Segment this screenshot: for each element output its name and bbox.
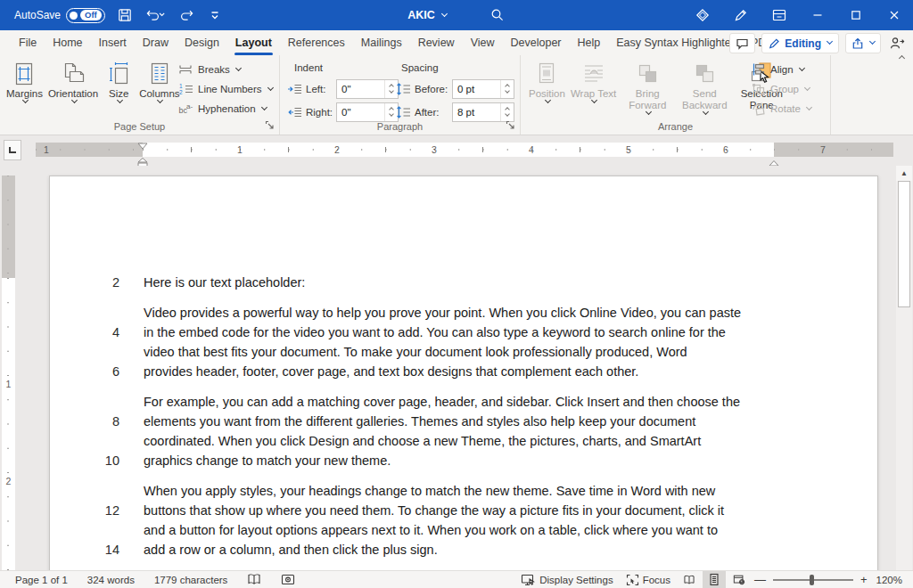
margins-button[interactable]: Margins: [4, 57, 45, 104]
tab-insert[interactable]: Insert: [91, 30, 135, 55]
document-page[interactable]: 2Here is our text placeholder: Video pro…: [49, 176, 878, 570]
tab-review[interactable]: Review: [410, 30, 463, 55]
indent-right-field[interactable]: 0": [336, 102, 399, 122]
tab-help[interactable]: Help: [570, 30, 609, 55]
document-line: and a button for layout options appears …: [75, 520, 877, 540]
spacing-after-spinner[interactable]: [500, 103, 514, 121]
tab-layout[interactable]: Layout: [227, 30, 280, 55]
display-settings-button[interactable]: Display Settings: [515, 571, 618, 588]
zoom-level[interactable]: 120%: [871, 571, 908, 588]
horizontal-ruler[interactable]: 1 1 2 3 4 5 6 7: [36, 143, 893, 157]
print-layout-button[interactable]: [703, 571, 726, 588]
position-icon: [536, 60, 557, 88]
ruler-number: 5: [622, 144, 635, 155]
comments-button[interactable]: [729, 33, 755, 53]
zoom-slider[interactable]: [769, 571, 857, 588]
premium-diamond-icon[interactable]: [683, 0, 721, 30]
macro-record-icon[interactable]: [271, 573, 305, 586]
spacing-before-spinner[interactable]: [500, 80, 514, 98]
redo-button[interactable]: [179, 7, 195, 23]
zoom-out-button[interactable]: —: [753, 571, 768, 588]
position-button[interactable]: Position: [526, 57, 568, 104]
arrange-small-buttons: Align Group Rotate: [751, 61, 811, 118]
editing-mode-button[interactable]: Editing: [761, 33, 839, 53]
ink-pen-icon[interactable]: [721, 0, 760, 30]
wrap-text-icon: [582, 60, 605, 88]
ruler-number: 7: [817, 144, 829, 155]
tab-draw[interactable]: Draw: [135, 30, 177, 55]
line-numbers-button[interactable]: 12 Line Numbers: [178, 80, 273, 98]
line-number: 8: [75, 412, 119, 431]
rotate-button[interactable]: Rotate: [751, 100, 811, 118]
search-icon[interactable]: [489, 7, 506, 23]
page-info[interactable]: Page 1 of 1: [5, 575, 78, 585]
zoom-slider-thumb[interactable]: [810, 575, 814, 585]
customize-qat-icon[interactable]: [207, 7, 223, 23]
save-icon[interactable]: [117, 7, 133, 23]
autosave-toggle[interactable]: AutoSave Off: [14, 8, 105, 23]
web-layout-button[interactable]: [728, 571, 751, 588]
spacing-after-field[interactable]: 8 pt: [452, 102, 514, 122]
character-count[interactable]: 1779 characters: [144, 575, 237, 585]
tab-stop-selector[interactable]: [4, 140, 21, 160]
tab-developer[interactable]: Developer: [503, 30, 570, 55]
orientation-button[interactable]: Orientation: [45, 57, 101, 104]
tab-view[interactable]: View: [463, 30, 503, 55]
bring-forward-button[interactable]: Bring Forward: [619, 57, 676, 116]
line-number: [75, 431, 119, 451]
share-button[interactable]: [845, 33, 881, 53]
group-objects-icon: [751, 82, 766, 96]
document-line: When you apply styles, your headings cha…: [75, 481, 877, 501]
tab-home[interactable]: Home: [45, 30, 90, 55]
person-share-icon[interactable]: [887, 37, 908, 50]
indent-right-value[interactable]: 0": [337, 107, 384, 118]
tab-references[interactable]: References: [280, 30, 353, 55]
undo-button[interactable]: [144, 7, 168, 23]
autosave-switch[interactable]: Off: [66, 8, 105, 23]
read-mode-button[interactable]: [678, 571, 701, 588]
group-title-arrange: Arrange: [521, 121, 830, 132]
columns-button[interactable]: Columns: [136, 57, 182, 104]
zoom-in-button[interactable]: +: [859, 571, 869, 588]
paragraph: When you apply styles, your headings cha…: [75, 481, 877, 559]
tab-design[interactable]: Design: [177, 30, 227, 55]
breaks-button[interactable]: Breaks: [178, 61, 273, 78]
tab-easy-syntax-highlighter[interactable]: Easy Syntax Highlighter: [608, 30, 743, 55]
document-line: 10graphics change to match your new them…: [75, 451, 877, 470]
document-title[interactable]: AKIC: [407, 9, 447, 21]
minimize-button[interactable]: [798, 0, 836, 30]
group-button[interactable]: Group: [751, 80, 811, 98]
zoom-slider-track[interactable]: [773, 579, 853, 581]
send-backward-button[interactable]: Send Backward: [676, 57, 733, 116]
vertical-scrollbar[interactable]: ▲: [896, 166, 912, 570]
align-button[interactable]: Align: [751, 61, 811, 78]
maximize-button[interactable]: [836, 0, 875, 30]
autosave-state: Off: [80, 10, 102, 20]
indent-left-field[interactable]: 0": [336, 79, 399, 99]
spacing-before-value[interactable]: 0 pt: [453, 84, 500, 94]
page-setup-dialog-launcher[interactable]: [265, 120, 276, 131]
vertical-ruler[interactable]: 1 2 3: [2, 176, 15, 570]
paragraph-dialog-launcher[interactable]: [506, 120, 516, 131]
spacing-after-value[interactable]: 8 pt: [453, 107, 500, 118]
spacing-before-field[interactable]: 0 pt: [452, 79, 514, 99]
ribbon-display-options-icon[interactable]: [760, 0, 798, 30]
collapse-ribbon-icon[interactable]: [899, 55, 905, 61]
wrap-text-button[interactable]: Wrap Text: [568, 57, 619, 104]
tab-file[interactable]: File: [11, 30, 45, 55]
tab-mailings[interactable]: Mailings: [353, 30, 410, 55]
focus-button[interactable]: Focus: [621, 571, 676, 588]
ruler-number: 1: [234, 144, 246, 155]
tab-row-right-controls: Editing: [729, 33, 908, 53]
indent-left-value[interactable]: 0": [337, 84, 384, 94]
status-bar: Page 1 of 1 324 words 1779 characters Di…: [0, 570, 913, 588]
word-count[interactable]: 324 words: [78, 575, 144, 585]
size-button[interactable]: Size: [101, 57, 136, 104]
hyphenation-button[interactable]: bca- Hyphenation: [178, 100, 273, 118]
scroll-up-icon[interactable]: ▲: [896, 166, 912, 181]
rotate-icon: [751, 102, 766, 116]
close-button[interactable]: [875, 0, 913, 30]
first-line-indent-marker[interactable]: [137, 137, 148, 153]
scrollbar-thumb[interactable]: [898, 181, 910, 307]
proofing-errors-icon[interactable]: [237, 573, 271, 586]
